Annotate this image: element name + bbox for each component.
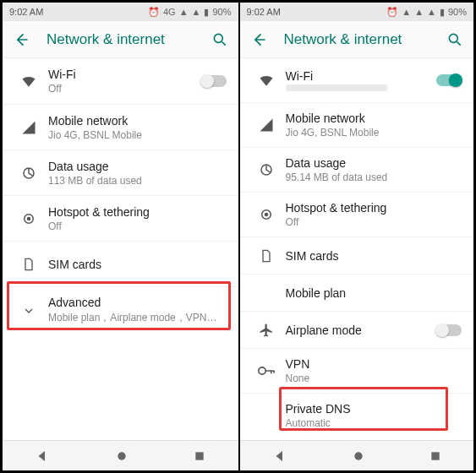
hotspot-label: Hotspot & tethering	[286, 201, 462, 215]
vpn-sub: None	[286, 372, 462, 384]
hotspot-sub: Off	[48, 220, 227, 232]
sim-cards-label: SIM cards	[286, 249, 462, 263]
battery-icon: ▮	[440, 7, 445, 18]
chevron-down-icon	[14, 304, 43, 318]
data-usage-icon	[252, 162, 281, 177]
data-usage-label: Data usage	[286, 156, 462, 170]
mobile-network-icon	[252, 117, 281, 133]
back-icon[interactable]	[250, 31, 267, 48]
nav-recent-icon[interactable]	[194, 450, 205, 462]
svg-point-2	[27, 216, 31, 220]
airplane-icon	[252, 323, 281, 338]
page-title: Network & internet	[284, 31, 447, 48]
status-bar: 9:02 AM ⏰ 4G ▲ ▲ ▮ 90%	[3, 3, 238, 21]
mobile-plan-label: Mobile plan	[286, 286, 462, 300]
mobile-network-icon	[14, 120, 43, 135]
row-sim-cards[interactable]: SIM cards	[240, 236, 474, 274]
svg-point-6	[449, 34, 457, 42]
signal-icon: ▲	[414, 7, 424, 17]
nav-bar	[240, 440, 474, 470]
svg-point-11	[354, 452, 362, 459]
wifi-switch[interactable]	[201, 75, 227, 87]
row-wifi[interactable]: Wi-Fi Off	[3, 58, 238, 104]
hotspot-icon	[14, 211, 43, 226]
data-usage-sub: 95.14 MB of data used	[286, 171, 462, 183]
hotspot-sub: Off	[286, 216, 462, 228]
sim-icon	[252, 248, 281, 264]
svg-point-0	[214, 34, 222, 42]
data-usage-sub: 113 MB of data used	[48, 175, 227, 187]
svg-point-10	[258, 367, 265, 374]
nav-bar	[3, 440, 238, 470]
wifi-icon	[14, 73, 43, 90]
signal-icon: ▲	[427, 7, 436, 17]
nav-recent-icon[interactable]	[429, 450, 441, 462]
app-bar: Network & internet	[3, 21, 238, 58]
row-advanced[interactable]: Advanced Mobile plan，Airplane mode，VPN，P…	[3, 286, 238, 334]
search-icon[interactable]	[446, 31, 463, 48]
status-time: 9:02 AM	[9, 7, 43, 17]
nav-home-icon[interactable]	[115, 449, 129, 463]
signal-icon: ▲	[192, 7, 201, 17]
row-mobile-network[interactable]: Mobile network Jio 4G, BSNL Mobile	[3, 104, 238, 150]
wifi-status-icon: ▲	[402, 7, 411, 17]
phone-right: 9:02 AM ⏰ ▲ ▲ ▲ ▮ 90% Network & internet…	[238, 3, 474, 470]
svg-rect-12	[431, 452, 439, 459]
airplane-switch[interactable]	[436, 324, 462, 336]
search-icon[interactable]	[211, 31, 228, 48]
row-hotspot[interactable]: Hotspot & tethering Off	[3, 195, 238, 241]
row-hotspot[interactable]: Hotspot & tethering Off	[240, 192, 474, 236]
status-bar: 9:02 AM ⏰ ▲ ▲ ▲ ▮ 90%	[240, 3, 474, 21]
nav-back-icon[interactable]	[272, 449, 287, 464]
alarm-icon: ⏰	[148, 7, 160, 18]
private-dns-sub: Automatic	[286, 417, 462, 429]
row-sim-cards[interactable]: SIM cards	[3, 241, 238, 286]
vpn-key-icon	[252, 366, 281, 376]
phone-left: 9:02 AM ⏰ 4G ▲ ▲ ▮ 90% Network & interne…	[3, 3, 238, 470]
advanced-sub: Mobile plan，Airplane mode，VPN，Priva..	[48, 311, 227, 325]
mobile-network-sub: Jio 4G, BSNL Mobile	[48, 129, 227, 141]
mobile-network-sub: Jio 4G, BSNL Mobile	[286, 127, 462, 139]
hotspot-icon	[252, 207, 281, 222]
sim-cards-label: SIM cards	[48, 258, 227, 271]
nav-back-icon[interactable]	[35, 449, 50, 464]
nav-home-icon[interactable]	[352, 449, 365, 463]
svg-point-8	[264, 213, 268, 217]
settings-list: Wi-Fi Mobile network Jio 4G, BSNL Mobile…	[240, 58, 474, 440]
row-mobile-network[interactable]: Mobile network Jio 4G, BSNL Mobile	[240, 102, 474, 147]
wifi-label: Wi-Fi	[48, 68, 201, 81]
settings-list: Wi-Fi Off Mobile network Jio 4G, BSNL Mo…	[3, 58, 238, 440]
data-usage-icon	[14, 166, 43, 181]
airplane-label: Airplane mode	[286, 323, 437, 337]
sim-icon	[14, 257, 43, 272]
signal-icon: ▲	[179, 7, 189, 17]
vpn-label: VPN	[286, 357, 462, 371]
hotspot-label: Hotspot & tethering	[48, 205, 227, 219]
row-private-dns[interactable]: Private DNS Automatic	[240, 393, 474, 438]
back-icon[interactable]	[13, 31, 30, 48]
advanced-label: Advanced	[48, 296, 227, 309]
svg-point-4	[118, 452, 126, 459]
wifi-switch[interactable]	[436, 74, 462, 86]
battery-icon: ▮	[204, 7, 209, 18]
battery-level: 90%	[212, 7, 231, 17]
row-wifi[interactable]: Wi-Fi	[240, 58, 474, 102]
wifi-icon	[252, 72, 281, 89]
wifi-label: Wi-Fi	[286, 69, 437, 83]
row-data-usage[interactable]: Data usage 113 MB of data used	[3, 150, 238, 195]
row-data-usage[interactable]: Data usage 95.14 MB of data used	[240, 147, 474, 192]
row-vpn[interactable]: VPN None	[240, 348, 474, 393]
row-airplane-mode[interactable]: Airplane mode	[240, 311, 474, 348]
row-mobile-plan[interactable]: Mobile plan	[240, 274, 474, 311]
svg-rect-5	[195, 452, 203, 459]
page-title: Network & internet	[47, 31, 211, 48]
private-dns-label: Private DNS	[286, 402, 462, 416]
status-time: 9:02 AM	[247, 7, 281, 17]
wifi-status: Off	[48, 83, 201, 95]
battery-level: 90%	[448, 7, 467, 17]
data-usage-label: Data usage	[48, 160, 227, 173]
signal-4g-icon: 4G	[163, 7, 176, 17]
app-bar: Network & internet	[240, 21, 474, 58]
wifi-ssid-redacted	[286, 84, 437, 91]
alarm-icon: ⏰	[386, 7, 398, 18]
